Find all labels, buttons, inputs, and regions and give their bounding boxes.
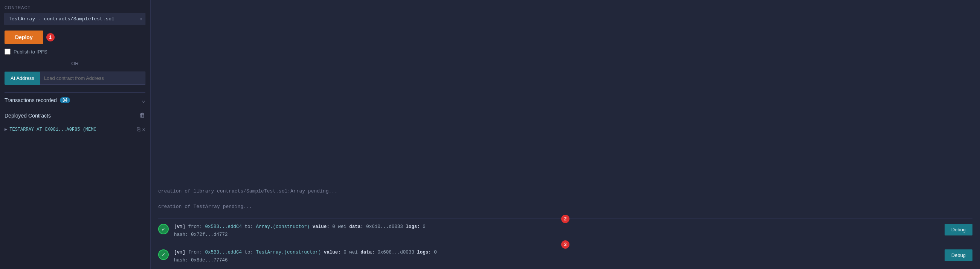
contract-instance-label: TESTARRAY AT 0X081...A0F85 (MEMC (10, 127, 134, 132)
console-line-1: creation of library contracts/SampleTest… (158, 187, 972, 195)
console-line-2: creation of TestArray pending... (158, 203, 972, 211)
left-panel: CONTRACT TestArray - contracts/SampleTes… (0, 0, 151, 269)
tx-badge-3: 3 (561, 240, 570, 249)
contract-instance-row: ▶ TESTARRAY AT 0X081...A0F85 (MEMC ⎘ ✕ (5, 123, 145, 135)
tx-details-1: [vm] from: 0x5B3...eddC4 to: Array.(cons… (174, 223, 939, 239)
transactions-label: Transactions recorded 34 (5, 97, 70, 103)
chevron-down-icon: ⌄ (142, 96, 145, 104)
contract-section-label: CONTRACT (5, 5, 145, 10)
tx-success-icon-1: ✓ (158, 224, 169, 234)
deploy-badge: 1 (46, 33, 55, 41)
at-address-row: At Address (5, 72, 145, 85)
tx-details-2: [vm] from: 0x5B3...eddC4 to: TestArray.(… (174, 249, 939, 265)
expand-arrow-icon[interactable]: ▶ (5, 127, 7, 132)
transaction-entry-2: ✓ [vm] from: 0x5B3...eddC4 to: TestArray… (158, 244, 972, 269)
transactions-count-badge: 34 (60, 97, 70, 103)
debug-button-2[interactable]: Debug (945, 250, 972, 261)
publish-ipfs-label: Publish to IPFS (14, 49, 48, 55)
console-area: creation of library contracts/SampleTest… (158, 8, 972, 269)
tx-success-icon-2: ✓ (158, 250, 169, 260)
tx-badge-2: 2 (561, 215, 570, 223)
close-icon[interactable]: ✕ (142, 126, 145, 133)
deployed-contracts-label: Deployed Contracts (5, 113, 51, 119)
at-address-button[interactable]: At Address (5, 72, 40, 85)
publish-ipfs-checkbox[interactable] (5, 49, 11, 55)
publish-row: Publish to IPFS (5, 49, 145, 55)
transaction-entry-1: ✓ [vm] from: 0x5B3...eddC4 to: Array.(co… (158, 218, 972, 244)
trash-icon[interactable]: 🗑 (139, 112, 145, 119)
deploy-button[interactable]: Deploy (5, 30, 43, 44)
transactions-row[interactable]: Transactions recorded 34 ⌄ (5, 92, 145, 108)
load-address-input[interactable] (40, 72, 145, 85)
copy-icon[interactable]: ⎘ (137, 127, 140, 133)
deployed-contracts-row: Deployed Contracts 🗑 (5, 108, 145, 123)
deploy-row: Deploy 1 (5, 30, 145, 44)
contract-select-wrapper: TestArray - contracts/SampleTest.sol ⬍ (5, 13, 145, 25)
debug-button-1[interactable]: Debug (945, 224, 972, 236)
or-divider: OR (5, 60, 145, 66)
right-panel: creation of library contracts/SampleTest… (151, 0, 980, 269)
contract-select[interactable]: TestArray - contracts/SampleTest.sol (5, 13, 145, 25)
